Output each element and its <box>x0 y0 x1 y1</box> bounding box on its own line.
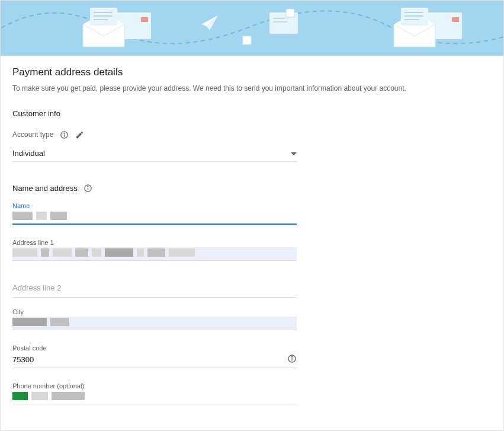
info-icon[interactable] <box>84 183 93 193</box>
page-description: To make sure you get paid, please provid… <box>12 84 492 92</box>
address-line-2-field[interactable]: Address line 2 <box>12 275 297 298</box>
info-icon[interactable] <box>287 354 297 363</box>
postal-code-label: Postal code <box>12 344 297 352</box>
name-label: Name <box>12 202 297 209</box>
svg-point-29 <box>88 186 88 187</box>
name-field[interactable]: Name <box>12 202 297 225</box>
name-address-heading: Name and address <box>12 184 78 193</box>
account-type-value: Individual <box>12 149 45 158</box>
postal-code-field[interactable]: Postal code <box>12 344 297 368</box>
chevron-down-icon <box>291 149 297 158</box>
postal-code-input[interactable] <box>12 353 297 368</box>
address-line-1-field[interactable]: Address line 1 <box>12 239 297 261</box>
address1-label: Address line 1 <box>12 239 297 246</box>
svg-rect-11 <box>243 36 251 44</box>
edit-icon[interactable] <box>75 130 84 139</box>
info-icon[interactable] <box>59 130 69 139</box>
city-field[interactable]: City <box>12 308 297 330</box>
account-type-select[interactable]: Individual <box>12 145 297 162</box>
svg-rect-13 <box>286 9 294 17</box>
svg-point-32 <box>291 356 292 357</box>
customer-info-heading: Customer info <box>12 109 492 118</box>
account-type-label: Account type <box>12 130 53 139</box>
phone-label: Phone number (optional) <box>12 382 297 390</box>
phone-field[interactable]: Phone number (optional) <box>12 382 297 404</box>
svg-rect-2 <box>141 17 148 22</box>
city-label: City <box>12 308 297 315</box>
svg-point-26 <box>64 133 65 133</box>
svg-rect-17 <box>452 17 459 22</box>
page-title: Payment address details <box>12 66 492 78</box>
header-banner <box>1 1 503 56</box>
